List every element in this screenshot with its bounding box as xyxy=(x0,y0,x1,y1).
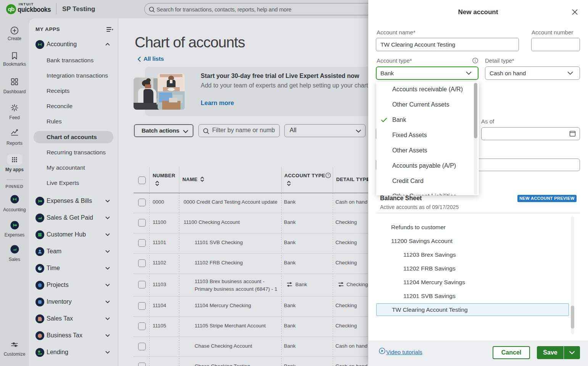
svg-text:?: ? xyxy=(327,173,329,177)
